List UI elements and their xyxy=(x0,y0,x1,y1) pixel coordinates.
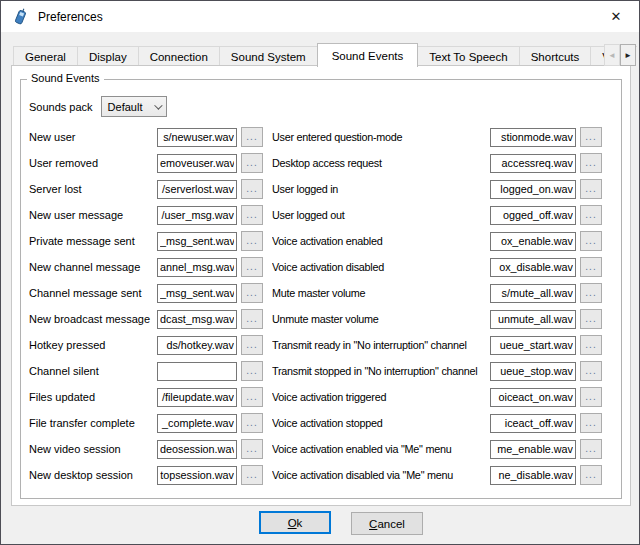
sound-event-label: New user message xyxy=(29,209,157,221)
browse-button[interactable]: ... xyxy=(580,439,602,459)
sound-event-label: Files updated xyxy=(29,391,157,403)
window-title: Preferences xyxy=(38,10,103,24)
close-button[interactable]: ✕ xyxy=(594,2,638,31)
browse-button[interactable]: ... xyxy=(241,283,263,303)
tab-scroll-right-button[interactable]: ► xyxy=(620,44,636,66)
browse-button[interactable]: ... xyxy=(580,127,602,147)
sound-file-input[interactable] xyxy=(157,336,237,355)
sound-file-input[interactable] xyxy=(490,310,576,329)
browse-button[interactable]: ... xyxy=(241,231,263,251)
sound-event-label: User removed xyxy=(29,157,157,169)
chevron-down-icon xyxy=(154,101,162,109)
sound-event-label: File transfer complete xyxy=(29,417,157,429)
groupbox-title: Sound Events xyxy=(27,72,104,84)
browse-button[interactable]: ... xyxy=(241,335,263,355)
browse-button[interactable]: ... xyxy=(580,387,602,407)
sound-file-input[interactable] xyxy=(157,180,237,199)
sound-file-input[interactable] xyxy=(490,466,576,485)
sound-file-input[interactable] xyxy=(157,128,237,147)
sound-event-row: File transfer complete ... Voice activat… xyxy=(29,410,602,436)
browse-button[interactable]: ... xyxy=(580,205,602,225)
sound-event-label: Channel message sent xyxy=(29,287,157,299)
browse-button[interactable]: ... xyxy=(580,257,602,277)
browse-button[interactable]: ... xyxy=(241,361,263,381)
preferences-dialog: Preferences ✕ GeneralDisplayConnectionSo… xyxy=(0,0,640,545)
sound-file-input[interactable] xyxy=(490,128,576,147)
browse-button[interactable]: ... xyxy=(241,127,263,147)
sound-file-input[interactable] xyxy=(490,362,576,381)
tab-scroll-left-button[interactable]: ◄ xyxy=(604,44,620,66)
browse-button[interactable]: ... xyxy=(580,231,602,251)
sound-file-input[interactable] xyxy=(157,154,237,173)
tab-general[interactable]: General xyxy=(13,46,78,66)
sound-file-input[interactable] xyxy=(490,284,576,303)
browse-button[interactable]: ... xyxy=(241,257,263,277)
sound-event-label: Transmit stopped in "No interruption" ch… xyxy=(272,365,490,377)
sound-event-label: Voice activation disabled via "Me" menu xyxy=(272,469,490,481)
sound-file-input[interactable] xyxy=(490,258,576,277)
sound-event-row: New broadcast message ... Unmute master … xyxy=(29,306,602,332)
sound-file-input[interactable] xyxy=(490,206,576,225)
tab-sound-system[interactable]: Sound System xyxy=(219,46,318,66)
browse-button[interactable]: ... xyxy=(241,465,263,485)
sound-event-row: Channel silent ... Transmit stopped in "… xyxy=(29,358,602,384)
tab-bar: GeneralDisplayConnectionSound SystemSoun… xyxy=(13,43,637,67)
sound-event-row: New channel message ... Voice activation… xyxy=(29,254,602,280)
sound-file-input[interactable] xyxy=(490,414,576,433)
sound-event-label: Private message sent xyxy=(29,235,157,247)
sound-file-input[interactable] xyxy=(157,310,237,329)
tab-sound-events[interactable]: Sound Events xyxy=(317,43,419,67)
sound-file-input[interactable] xyxy=(157,440,237,459)
sound-file-input[interactable] xyxy=(157,232,237,251)
browse-button[interactable]: ... xyxy=(580,361,602,381)
sound-event-label: Server lost xyxy=(29,183,157,195)
sound-file-input[interactable] xyxy=(157,362,237,381)
sound-file-input[interactable] xyxy=(157,414,237,433)
sound-file-input[interactable] xyxy=(490,180,576,199)
browse-button[interactable]: ... xyxy=(580,413,602,433)
sound-file-input[interactable] xyxy=(490,440,576,459)
browse-button[interactable]: ... xyxy=(241,205,263,225)
browse-button[interactable]: ... xyxy=(580,309,602,329)
sound-event-row: New video session ... Voice activation e… xyxy=(29,436,602,462)
sound-file-input[interactable] xyxy=(490,388,576,407)
sound-file-input[interactable] xyxy=(157,258,237,277)
sound-event-row: New user ... User entered question-mode … xyxy=(29,124,602,150)
sound-file-input[interactable] xyxy=(157,388,237,407)
sound-file-input[interactable] xyxy=(490,154,576,173)
sound-file-input[interactable] xyxy=(157,206,237,225)
tab-connection[interactable]: Connection xyxy=(138,46,220,66)
browse-button[interactable]: ... xyxy=(580,465,602,485)
browse-button[interactable]: ... xyxy=(580,335,602,355)
ok-button[interactable]: Ok xyxy=(259,511,331,534)
sound-file-input[interactable] xyxy=(490,232,576,251)
sound-event-label: Voice activation disabled xyxy=(272,261,490,273)
sound-file-input[interactable] xyxy=(157,466,237,485)
sound-file-input[interactable] xyxy=(157,284,237,303)
browse-button[interactable]: ... xyxy=(241,309,263,329)
browse-button[interactable]: ... xyxy=(241,179,263,199)
sound-event-row: New user message ... User logged out ... xyxy=(29,202,602,228)
sound-event-label: Desktop access request xyxy=(272,157,490,169)
browse-button[interactable]: ... xyxy=(241,153,263,173)
cancel-button[interactable]: Cancel xyxy=(351,512,423,535)
tab-pane-sound-events: Sound Events Sounds pack Default New use… xyxy=(11,65,631,506)
sound-event-label: New user xyxy=(29,131,157,143)
sound-event-label: New channel message xyxy=(29,261,157,273)
tab-text-to-speech[interactable]: Text To Speech xyxy=(417,46,519,66)
browse-button[interactable]: ... xyxy=(580,153,602,173)
sounds-pack-select[interactable]: Default xyxy=(101,96,167,117)
sound-event-label: User logged out xyxy=(272,209,490,221)
tab-shortcuts[interactable]: Shortcuts xyxy=(519,46,592,66)
browse-button[interactable]: ... xyxy=(580,283,602,303)
browse-button[interactable]: ... xyxy=(580,179,602,199)
sound-event-label: New video session xyxy=(29,443,157,455)
browse-button[interactable]: ... xyxy=(241,387,263,407)
sound-event-row: User removed ... Desktop access request … xyxy=(29,150,602,176)
browse-button[interactable]: ... xyxy=(241,439,263,459)
sound-file-input[interactable] xyxy=(490,336,576,355)
sound-event-label: Voice activation stopped xyxy=(272,417,490,429)
tab-display[interactable]: Display xyxy=(77,46,139,66)
sound-event-label: Channel silent xyxy=(29,365,157,377)
browse-button[interactable]: ... xyxy=(241,413,263,433)
